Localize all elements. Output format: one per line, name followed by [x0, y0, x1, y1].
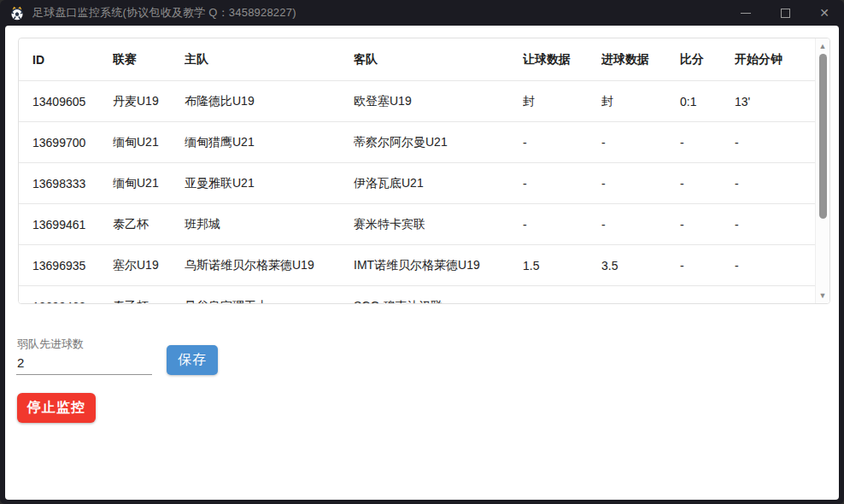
table-cell: 13696935	[19, 259, 113, 273]
table-cell: 13698333	[19, 177, 113, 190]
table-cell: -	[735, 177, 800, 190]
table-cell: -	[523, 177, 601, 190]
table-cell: 泰乙杯	[113, 217, 185, 232]
minimize-button[interactable]	[726, 0, 765, 26]
matches-table: ID联赛主队客队让球数据进球数据比分开始分钟 13409605丹麦U19布隆德比…	[18, 38, 830, 304]
table-cell: -	[601, 218, 680, 231]
scrollbar-thumb[interactable]	[819, 54, 827, 219]
table-cell: IMT诺维贝尔格莱德U19	[354, 258, 523, 273]
maximize-button[interactable]	[765, 0, 805, 26]
table-header-row: ID联赛主队客队让球数据进球数据比分开始分钟	[19, 38, 815, 80]
table-cell: 欧登塞U19	[354, 94, 523, 109]
table-cell: -	[680, 259, 735, 273]
window-title: 足球盘口监控系统(协议包收及教学 Q：3458928227)	[32, 5, 296, 21]
table-cell: -	[680, 177, 735, 190]
column-header: ID	[19, 53, 113, 67]
title-bar: 足球盘口监控系统(协议包收及教学 Q：3458928227) ✕	[0, 0, 844, 26]
table-cell: 缅甸猎鹰U21	[185, 135, 354, 150]
table-cell: -	[735, 218, 800, 231]
table-row[interactable]: 13409605丹麦U19布隆德比U19欧登塞U19封封0:113'	[19, 80, 815, 121]
table-row[interactable]: 13699462泰乙杯曼谷皇家理工大SCG 穆克达汉联----	[19, 285, 815, 303]
table-cell: 乌斯诺维贝尔格莱德U19	[185, 258, 354, 273]
table-cell: -	[735, 300, 800, 304]
column-header: 让球数据	[523, 52, 601, 67]
column-header: 进球数据	[601, 52, 680, 67]
table-cell: 13699462	[19, 300, 113, 304]
column-header: 联赛	[113, 52, 185, 67]
content-area: ID联赛主队客队让球数据进球数据比分开始分钟 13409605丹麦U19布隆德比…	[5, 26, 839, 500]
table-row[interactable]: 13699700缅甸U21缅甸猎鹰U21蒂察尔阿尔曼U21----	[19, 121, 815, 162]
maximize-icon	[781, 9, 790, 18]
close-icon: ✕	[819, 7, 829, 19]
table-cell: 缅甸U21	[113, 135, 185, 150]
table-cell: 封	[523, 94, 601, 109]
table-cell: 13'	[735, 95, 800, 108]
table-cell: 亚曼雅联U21	[185, 176, 354, 191]
window-controls: ✕	[726, 0, 844, 26]
column-header: 主队	[185, 52, 354, 67]
vertical-scrollbar[interactable]: ▲ ▼	[815, 38, 829, 303]
close-button[interactable]: ✕	[805, 0, 844, 26]
table-cell: 布隆德比U19	[185, 94, 354, 109]
table-cell: 3.5	[601, 259, 680, 273]
table-cell: 0:1	[680, 95, 735, 108]
table-cell: -	[680, 218, 735, 231]
table-row[interactable]: 13699461泰乙杯班邦城赛米特卡宾联----	[19, 203, 815, 244]
scroll-up-icon[interactable]: ▲	[816, 41, 829, 51]
goal-count-input[interactable]	[16, 351, 152, 375]
minimize-icon	[741, 13, 751, 14]
table-cell: 丹麦U19	[113, 94, 185, 109]
table-cell: 13699461	[19, 218, 113, 231]
table-cell: -	[680, 136, 735, 149]
table-cell: 塞尔U19	[113, 258, 185, 273]
table-cell: 13409605	[19, 95, 113, 108]
table-body: 13409605丹麦U19布隆德比U19欧登塞U19封封0:113'136997…	[19, 80, 815, 303]
table-cell: -	[523, 300, 601, 304]
table-cell: -	[735, 259, 800, 273]
table-cell: -	[523, 218, 601, 231]
table-cell: -	[523, 136, 601, 149]
table-cell: -	[601, 136, 680, 149]
table-cell: 赛米特卡宾联	[354, 217, 523, 232]
stop-monitor-button[interactable]: 停止监控	[17, 393, 96, 423]
table-cell: 1.5	[523, 259, 601, 273]
column-header: 开始分钟	[735, 52, 800, 67]
save-button[interactable]: 保存	[167, 345, 218, 375]
table-cell: -	[680, 300, 735, 304]
table-cell: 曼谷皇家理工大	[185, 299, 354, 304]
table-cell: -	[601, 300, 680, 304]
table-cell: 缅甸U21	[113, 176, 185, 191]
table-cell: 封	[601, 94, 680, 109]
column-header: 比分	[680, 52, 735, 67]
table-cell: -	[601, 177, 680, 190]
table-cell: 13699700	[19, 136, 113, 149]
goal-count-label: 弱队先进球数	[17, 337, 84, 352]
table-cell: 伊洛瓦底U21	[354, 176, 523, 191]
table-row[interactable]: 13698333缅甸U21亚曼雅联U21伊洛瓦底U21----	[19, 162, 815, 203]
table-cell: 班邦城	[185, 217, 354, 232]
column-header: 客队	[354, 52, 523, 67]
table-grid: ID联赛主队客队让球数据进球数据比分开始分钟 13409605丹麦U19布隆德比…	[19, 38, 815, 303]
app-logo-soccer-crown-icon	[9, 4, 26, 21]
table-cell: SCG 穆克达汉联	[354, 299, 523, 304]
table-cell: 泰乙杯	[113, 299, 185, 304]
table-cell: 蒂察尔阿尔曼U21	[354, 135, 523, 150]
table-row[interactable]: 13696935塞尔U19乌斯诺维贝尔格莱德U19IMT诺维贝尔格莱德U191.…	[19, 244, 815, 285]
scroll-down-icon[interactable]: ▼	[816, 290, 829, 301]
app-window: 足球盘口监控系统(协议包收及教学 Q：3458928227) ✕ ID联赛主队客…	[0, 0, 844, 504]
table-cell: -	[735, 136, 800, 149]
